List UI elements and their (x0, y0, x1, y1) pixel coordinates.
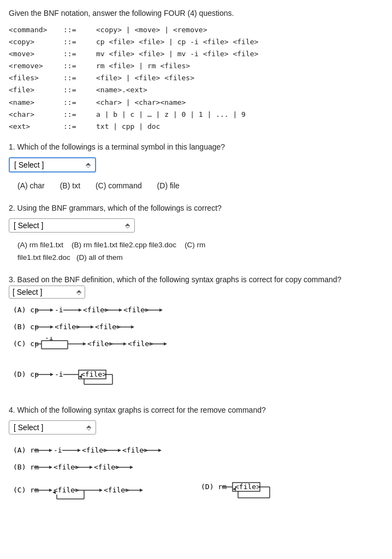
svg-marker-8 (119, 308, 122, 312)
option-2C-cont: file1.txt file2.doc (17, 253, 70, 261)
svg-marker-20 (131, 325, 134, 329)
question-2: 2. Using the BNF grammars, which of the … (9, 203, 383, 264)
option-1A: (A) char (17, 181, 45, 190)
svg-marker-67 (90, 466, 93, 469)
svg-marker-49 (79, 375, 82, 378)
svg-marker-81 (99, 489, 103, 492)
svg-marker-93 (233, 487, 236, 491)
option-2D: (D) all of them (76, 253, 123, 261)
option-1B: (B) txt (60, 181, 80, 190)
q4-diagram-B: (B) rm <file> <file> (13, 460, 199, 475)
svg-marker-5 (79, 308, 82, 312)
question-2-select[interactable]: [ Select ] (A) rm file1.txt (B) rm file1… (14, 221, 123, 230)
question-3-select-wrapper[interactable]: [ Select ] (A) (B) (C) (D) ⬘ (9, 286, 85, 299)
svg-marker-37 (164, 342, 167, 346)
q4-diagram-D: (D) rm <file> (201, 477, 343, 506)
svg-marker-40 (50, 373, 54, 376)
svg-text:-i: -i (54, 446, 62, 454)
svg-marker-52 (49, 449, 52, 452)
svg-marker-31 (83, 342, 86, 346)
svg-marker-61 (158, 449, 162, 452)
svg-marker-58 (118, 449, 121, 452)
option-1D: (D) file (157, 181, 180, 190)
q3-diagram-D: (D) cp -i <file> (13, 365, 210, 393)
q3-diagram-A: (A) cp -i <file> <file> (13, 303, 275, 318)
svg-marker-55 (78, 449, 81, 452)
question-2-options: (A) rm file1.txt (B) rm file1.txt file2.… (17, 239, 383, 264)
svg-text:-i: -i (55, 306, 63, 314)
svg-marker-64 (49, 466, 52, 469)
question-4-text: 4. Which of the following syntax graphs … (9, 405, 383, 416)
q4-diagram-C: (C) rm <file> <file> (13, 480, 199, 506)
question-3-diagrams: (A) cp -i <file> <file> (B) cp <file> <f… (13, 303, 383, 395)
question-1-options: (A) char (B) txt (C) command (D) file (17, 179, 383, 193)
svg-marker-70 (130, 466, 133, 469)
select-1-arrow-icon: ⬘ (86, 161, 91, 169)
question-4: 4. Which of the following syntax graphs … (9, 405, 383, 507)
question-4-select-wrapper[interactable]: [ Select ] (A) (B) (C) (D) ⬘ (9, 420, 96, 435)
svg-text:<file>: <file> (81, 370, 106, 378)
question-3: 3. Based on the BNF definition, which of… (9, 274, 383, 395)
svg-marker-11 (159, 308, 163, 312)
select-3-arrow-icon: ⬘ (76, 287, 81, 297)
svg-marker-34 (123, 342, 127, 346)
question-2-text: 2. Using the BNF grammars, which of the … (9, 203, 383, 214)
question-1-select[interactable]: [ Select ] (A) char (B) txt (C) command … (14, 160, 84, 169)
intro-text: Given the BNF notation, answer the follo… (9, 9, 383, 17)
q3-diagram-B: (B) cp <file> <file> (13, 320, 210, 335)
svg-marker-14 (50, 325, 54, 329)
option-1C: (C) command (96, 181, 142, 190)
q4-diagram-A: (A) rm -i <file> <file> (13, 443, 264, 459)
question-4-select[interactable]: [ Select ] (A) (B) (C) (D) (14, 423, 84, 432)
q3-diagram-C: (C) cp -i <file> <file> (13, 337, 275, 363)
question-3-select[interactable]: [ Select ] (A) (B) (C) (D) (13, 288, 74, 296)
select-2-arrow-icon: ⬘ (125, 222, 130, 229)
bnf-grammar: <command>::=<copy> | <move> | <remove> <… (9, 24, 383, 133)
svg-text:-i: -i (45, 337, 54, 342)
question-3-text: 3. Based on the BNF definition, which of… (9, 274, 383, 299)
svg-marker-84 (140, 489, 143, 492)
svg-text:<file>: <file> (235, 483, 260, 491)
question-1-text: 1. Which of the followings is a terminal… (9, 141, 383, 153)
question-1-select-wrapper[interactable]: [ Select ] (A) char (B) txt (C) command … (9, 157, 96, 173)
svg-marker-17 (91, 325, 94, 329)
svg-text:-i: -i (55, 370, 63, 378)
question-2-select-wrapper[interactable]: [ Select ] (A) rm file1.txt (B) rm file1… (9, 218, 135, 233)
select-4-arrow-icon: ⬘ (86, 424, 91, 431)
svg-marker-73 (49, 489, 52, 492)
question-1: 1. Which of the followings is a terminal… (9, 141, 383, 193)
option-2B: (B) rm file1.txt file2.cpp file3.doc (72, 241, 176, 249)
question-4-diagrams: (A) rm -i <file> <file> (B) rm <file> <f… (13, 443, 383, 507)
option-2C: (C) rm (185, 241, 205, 249)
svg-marker-2 (50, 308, 54, 312)
option-2A: (A) rm file1.txt (17, 241, 63, 249)
